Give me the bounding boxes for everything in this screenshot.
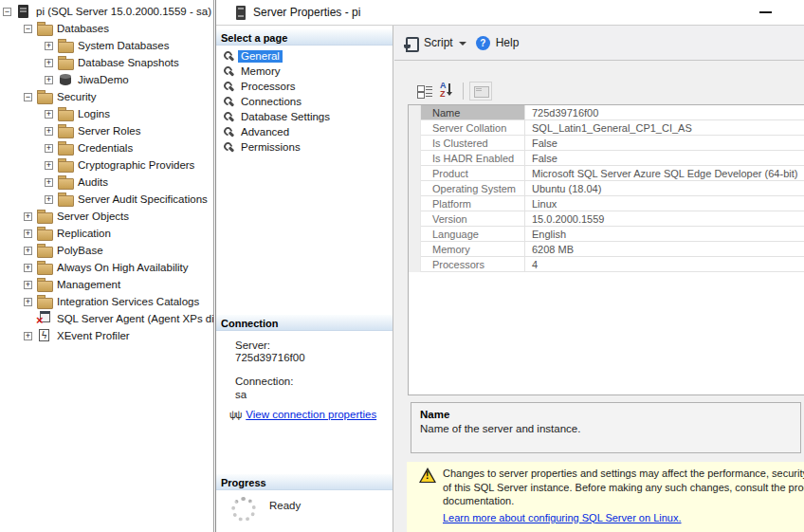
expand-icon[interactable]: +	[24, 229, 32, 238]
tree-item-label: Always On High Availability	[55, 262, 189, 273]
expand-icon[interactable]: +	[45, 178, 53, 187]
tree-item-label: Replication	[55, 228, 111, 239]
wrench-icon	[223, 81, 235, 93]
expand-icon[interactable]: +	[45, 144, 53, 153]
tree-item-jiwademo[interactable]: + JiwaDemo	[0, 71, 213, 88]
sort-alphabetical-icon[interactable]: A Z	[440, 83, 456, 100]
tree-item-management[interactable]: + Management	[0, 276, 213, 293]
folder-icon	[37, 226, 52, 241]
wrench-icon	[223, 65, 235, 78]
expand-icon[interactable]: +	[45, 76, 53, 84]
warning-icon: !	[418, 468, 437, 485]
folder-icon	[37, 209, 52, 224]
table-row[interactable]: Memory 6208 MB	[409, 242, 804, 257]
expand-icon[interactable]: +	[45, 42, 53, 50]
learn-more-link[interactable]: Learn more about configuring SQL Server …	[443, 511, 682, 525]
warning-text: Changes to server properties and setting…	[443, 467, 804, 524]
table-row[interactable]: Product Microsoft SQL Server Azure SQL E…	[409, 166, 804, 181]
tree-item-system-databases[interactable]: + System Databases	[0, 37, 213, 54]
progress-status: Ready	[269, 500, 301, 511]
page-list: General Memory Processors Connections Da…	[216, 48, 393, 155]
tree-item-polybase[interactable]: + PolyBase	[0, 242, 213, 259]
script-dropdown-icon[interactable]	[459, 42, 466, 46]
expand-icon[interactable]: +	[24, 247, 32, 255]
expand-icon[interactable]: +	[24, 212, 32, 221]
wrench-icon	[223, 126, 235, 138]
tree-item-label: Audits	[76, 176, 108, 188]
script-button[interactable]: Script	[424, 36, 453, 49]
table-row[interactable]: Platform Linux	[409, 196, 804, 211]
minimize-icon[interactable]	[757, 7, 776, 20]
tree-item-label: PolyBase	[55, 245, 103, 256]
page-item-permissions[interactable]: Permissions	[216, 139, 393, 155]
object-explorer: − pi (SQL Server 15.0.2000.1559 - sa) − …	[0, 0, 214, 532]
collapse-icon[interactable]: −	[24, 93, 32, 101]
tree-item-label: Integration Services Catalogs	[55, 296, 199, 307]
tree-item-security[interactable]: − Security	[0, 88, 213, 105]
server-icon	[16, 4, 31, 19]
tree-item-xevent-profiler[interactable]: + ϟ XEvent Profiler	[0, 327, 213, 344]
help-button[interactable]: Help	[496, 36, 520, 49]
table-row[interactable]: Is Clustered False	[409, 136, 804, 151]
page-item-advanced[interactable]: Advanced	[216, 124, 393, 139]
collapse-icon[interactable]: −	[3, 8, 11, 16]
database-icon	[58, 72, 73, 87]
connection-value: sa	[235, 389, 247, 400]
view-connection-properties-link[interactable]: ψψ View connection properties	[229, 409, 376, 420]
table-row[interactable]: Processors 4	[409, 257, 804, 272]
tree-item-sql-server-agent[interactable]: × SQL Server Agent (Agent XPs disa	[0, 310, 213, 327]
tree-item-server-objects[interactable]: + Server Objects	[0, 208, 213, 225]
folder-icon	[37, 277, 52, 292]
expand-icon[interactable]: +	[24, 281, 32, 289]
script-icon	[405, 36, 418, 50]
connection-header: Connection	[216, 314, 393, 331]
collapse-icon[interactable]: −	[24, 25, 32, 33]
folder-icon	[37, 89, 52, 104]
table-row[interactable]: Server Collation SQL_Latin1_General_CP1_…	[409, 120, 804, 136]
tree-item-always-on[interactable]: + Always On High Availability	[0, 259, 213, 276]
page-item-connections[interactable]: Connections	[216, 94, 393, 109]
table-row[interactable]: Operating System Ubuntu (18.04)	[409, 181, 804, 196]
folder-icon	[58, 38, 73, 53]
tree-item-server-audit-specifications[interactable]: + Server Audit Specifications	[0, 191, 213, 208]
tree-item-label: Server Objects	[55, 211, 129, 222]
table-row[interactable]: Is HADR Enabled False	[409, 151, 804, 166]
page-item-memory[interactable]: Memory	[216, 64, 393, 79]
toolbar-separator	[463, 83, 464, 100]
table-row[interactable]: Language English	[409, 227, 804, 242]
expand-icon[interactable]: +	[45, 195, 53, 204]
page-item-processors[interactable]: Processors	[216, 79, 393, 94]
table-row[interactable]: Version 15.0.2000.1559	[409, 211, 804, 227]
property-grid-toolbar: A Z	[417, 82, 492, 101]
expand-icon[interactable]: +	[45, 127, 53, 136]
table-row[interactable]: Name 725d39716f00	[409, 105, 804, 120]
folder-icon	[37, 260, 52, 275]
property-pages-icon[interactable]	[469, 82, 492, 101]
tree-item-integration-services[interactable]: + Integration Services Catalogs	[0, 293, 213, 310]
tree-item-cryptographic-providers[interactable]: + Cryptographic Providers	[0, 156, 213, 174]
expand-icon[interactable]: +	[45, 161, 53, 170]
expand-icon[interactable]: +	[45, 59, 53, 67]
tree-item-credentials[interactable]: + Credentials	[0, 139, 213, 156]
tree-item-server-root[interactable]: − pi (SQL Server 15.0.2000.1559 - sa)	[0, 3, 213, 20]
tree-item-audits[interactable]: + Audits	[0, 174, 213, 191]
categorized-icon[interactable]	[417, 83, 433, 100]
expand-icon[interactable]: +	[45, 110, 53, 119]
tree-item-replication[interactable]: + Replication	[0, 225, 213, 242]
expand-icon[interactable]: +	[24, 264, 32, 272]
tree-item-server-roles[interactable]: + Server Roles	[0, 122, 213, 139]
expand-icon[interactable]: +	[24, 298, 32, 306]
tree-item-database-snapshots[interactable]: + Database Snapshots	[0, 54, 213, 71]
tree-item-databases[interactable]: − Databases	[0, 20, 213, 37]
dialog-left-panel: Select a page General Memory Processors …	[216, 26, 393, 532]
folder-icon	[37, 243, 52, 258]
property-grid: Name 725d39716f00 Server Collation SQL_L…	[408, 104, 804, 395]
server-label: Server:	[235, 339, 270, 351]
tree-item-logins[interactable]: + Logins	[0, 105, 213, 122]
folder-icon	[58, 192, 73, 207]
expand-icon[interactable]: +	[24, 332, 32, 340]
page-item-database-settings[interactable]: Database Settings	[216, 109, 393, 124]
tree-item-label: Management	[55, 279, 120, 290]
dialog-titlebar[interactable]: Server Properties - pi	[216, 0, 804, 26]
page-item-general[interactable]: General	[216, 48, 393, 64]
